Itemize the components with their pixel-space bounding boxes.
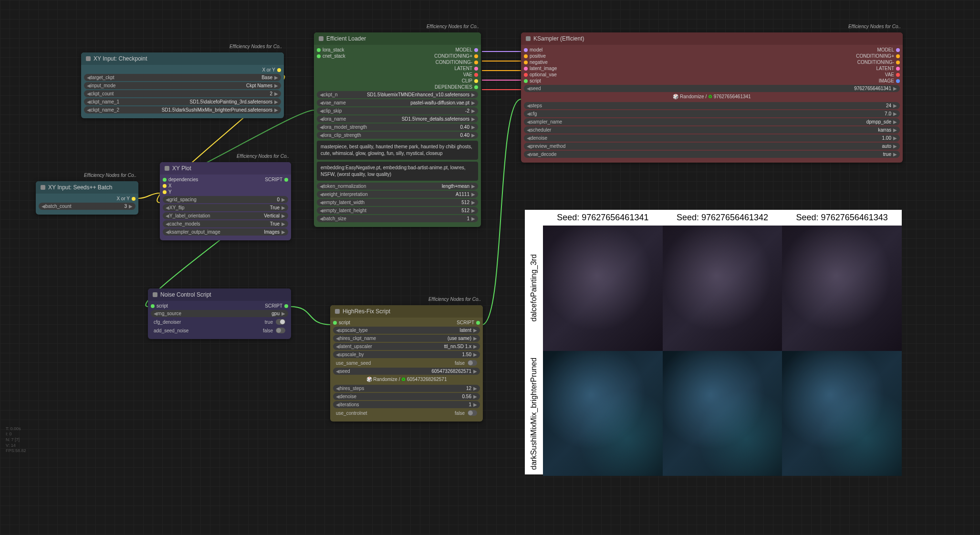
- port-dot[interactable]: [284, 304, 288, 308]
- arrow-left-icon[interactable]: ◀: [320, 192, 323, 197]
- positive-prompt[interactable]: masterpiece, best quality, haunted theme…: [317, 141, 478, 160]
- arrow-right-icon[interactable]: ▶: [471, 133, 475, 138]
- arrow-right-icon[interactable]: ▶: [473, 344, 477, 349]
- arrow-left-icon[interactable]: ◀: [320, 200, 323, 205]
- param-preview_method[interactable]: ◀preview_methodauto▶: [524, 143, 900, 150]
- titlebar[interactable]: XY Plot: [160, 162, 291, 175]
- collapse-icon[interactable]: [165, 166, 169, 171]
- arrow-right-icon[interactable]: ▶: [893, 119, 897, 124]
- param-rng_source[interactable]: ◀rng_sourcegpu▶: [151, 310, 288, 317]
- arrow-right-icon[interactable]: ▶: [893, 103, 897, 108]
- port-dot[interactable]: [524, 73, 528, 77]
- arrow-left-icon[interactable]: ◀: [527, 103, 531, 108]
- param-ckpt_count[interactable]: ◀ckpt_count2▶: [84, 90, 281, 97]
- arrow-left-icon[interactable]: ◀: [320, 133, 323, 138]
- arrow-left-icon[interactable]: ◀: [42, 204, 45, 209]
- arrow-left-icon[interactable]: ◀: [336, 328, 340, 333]
- arrow-right-icon[interactable]: ▶: [274, 83, 278, 88]
- randomize-row[interactable]: 🎲 Randomize / ♻ 97627656461341: [524, 93, 900, 101]
- port-dot[interactable]: [284, 178, 288, 182]
- param-grid_spacing[interactable]: ◀grid_spacing0▶: [163, 196, 288, 203]
- arrow-right-icon[interactable]: ▶: [473, 336, 477, 341]
- param-upscale_type[interactable]: ◀upscale_typelatent▶: [333, 327, 480, 334]
- arrow-right-icon[interactable]: ▶: [471, 200, 475, 205]
- arrow-right-icon[interactable]: ▶: [893, 111, 897, 116]
- toggle-switch[interactable]: [468, 410, 477, 416]
- arrow-left-icon[interactable]: ◀: [87, 107, 91, 113]
- port-dot[interactable]: [476, 321, 480, 325]
- titlebar[interactable]: XY Input: Checkpoint: [81, 52, 284, 65]
- param-vae_decode[interactable]: ◀vae_decodetrue▶: [524, 151, 900, 158]
- param-batch_count[interactable]: ◀batch_count3▶: [39, 203, 136, 210]
- arrow-right-icon[interactable]: ▶: [281, 229, 285, 235]
- port-dot[interactable]: [474, 73, 478, 77]
- arrow-left-icon[interactable]: ◀: [87, 91, 91, 96]
- arrow-left-icon[interactable]: ◀: [166, 213, 169, 218]
- arrow-left-icon[interactable]: ◀: [320, 216, 323, 221]
- arrow-left-icon[interactable]: ◀: [527, 119, 531, 124]
- port-dot[interactable]: [163, 190, 167, 194]
- port-dot[interactable]: [896, 54, 900, 58]
- param-upscale_by[interactable]: ◀upscale_by1.50▶: [333, 351, 480, 358]
- param-ckpt_name_2[interactable]: ◀ckpt_name_2SD1.5\darkSushiMixMix_bright…: [84, 106, 281, 113]
- param-scheduler[interactable]: ◀schedulerkarras▶: [524, 126, 900, 134]
- param-empty_latent_width[interactable]: ◀empty_latent_width512▶: [317, 199, 478, 206]
- port-dot[interactable]: [524, 61, 528, 64]
- arrow-left-icon[interactable]: ◀: [336, 386, 340, 391]
- arrow-right-icon[interactable]: ▶: [471, 124, 475, 130]
- arrow-left-icon[interactable]: ◀: [154, 311, 157, 316]
- port-dot[interactable]: [317, 54, 321, 58]
- port-dot[interactable]: [474, 48, 478, 52]
- port-dot[interactable]: [474, 67, 478, 71]
- param-sampler_name[interactable]: ◀sampler_namedpmpp_sde▶: [524, 118, 900, 125]
- port-dot[interactable]: [524, 48, 528, 52]
- arrow-right-icon[interactable]: ▶: [281, 311, 285, 316]
- arrow-left-icon[interactable]: ◀: [320, 184, 323, 189]
- port-dot[interactable]: [132, 197, 136, 201]
- arrow-left-icon[interactable]: ◀: [320, 100, 323, 105]
- arrow-left-icon[interactable]: ◀: [527, 127, 531, 133]
- param-latent_upscaler[interactable]: ◀latent_upscalerttl_nn.SD 1.x▶: [333, 343, 480, 350]
- port-dot[interactable]: [151, 304, 155, 308]
- arrow-left-icon[interactable]: ◀: [320, 92, 323, 97]
- port-dot[interactable]: [474, 79, 478, 83]
- param-ckpt_name_1[interactable]: ◀ckpt_name_1SD1.5\dalcefoPainting_3rd.sa…: [84, 98, 281, 105]
- port-dot[interactable]: [163, 184, 167, 188]
- node-ksampler[interactable]: Efficiency Nodes for Co.. KSampler (Effi…: [521, 32, 903, 163]
- port-dot[interactable]: [524, 54, 528, 58]
- port-dot[interactable]: [277, 68, 281, 72]
- arrow-left-icon[interactable]: ◀: [336, 352, 340, 357]
- arrow-right-icon[interactable]: ▶: [471, 100, 475, 105]
- node-xy-seeds[interactable]: Efficiency Nodes for Co.. XY Input: Seed…: [36, 181, 138, 215]
- arrow-left-icon[interactable]: ◀: [527, 135, 531, 141]
- port-dot[interactable]: [474, 54, 478, 58]
- node-xy-checkpoint[interactable]: Efficiency Nodes for Co.. XY Input: Chec…: [81, 52, 284, 118]
- param-cache_models[interactable]: ◀cache_modelsTrue▶: [163, 220, 288, 227]
- arrow-left-icon[interactable]: ◀: [87, 83, 91, 88]
- param-cfg[interactable]: ◀cfg7.0▶: [524, 110, 900, 117]
- negative-prompt[interactable]: embedding:EasyNegative.pt, embedding:bad…: [317, 162, 478, 181]
- arrow-right-icon[interactable]: ▶: [473, 369, 477, 374]
- port-dot[interactable]: [474, 85, 478, 89]
- arrow-right-icon[interactable]: ▶: [893, 144, 897, 149]
- port-dot[interactable]: [333, 321, 337, 325]
- arrow-right-icon[interactable]: ▶: [473, 352, 477, 357]
- arrow-left-icon[interactable]: ◀: [320, 208, 323, 213]
- arrow-right-icon[interactable]: ▶: [471, 184, 475, 189]
- arrow-right-icon[interactable]: ▶: [473, 402, 477, 407]
- arrow-right-icon[interactable]: ▶: [893, 152, 897, 157]
- toggle-use_same_seed[interactable]: use_same_seedfalse: [333, 359, 480, 367]
- port-dot[interactable]: [896, 61, 900, 64]
- param-lora_clip_strength[interactable]: ◀lora_clip_strength0.40▶: [317, 132, 478, 139]
- param-clip_skip[interactable]: ◀clip_skip-2▶: [317, 107, 478, 114]
- titlebar[interactable]: Efficient Loader: [314, 32, 481, 45]
- toggle-cfg_denoiser[interactable]: cfg_denoisertrue: [151, 318, 288, 326]
- arrow-right-icon[interactable]: ▶: [274, 75, 278, 80]
- arrow-left-icon[interactable]: ◀: [527, 111, 531, 116]
- port-dot[interactable]: [896, 67, 900, 71]
- arrow-left-icon[interactable]: ◀: [87, 75, 91, 80]
- param-lora_model_strength[interactable]: ◀lora_model_strength0.40▶: [317, 123, 478, 131]
- titlebar[interactable]: HighRes-Fix Script: [330, 305, 483, 318]
- port-dot[interactable]: [896, 79, 900, 83]
- arrow-right-icon[interactable]: ▶: [129, 204, 133, 209]
